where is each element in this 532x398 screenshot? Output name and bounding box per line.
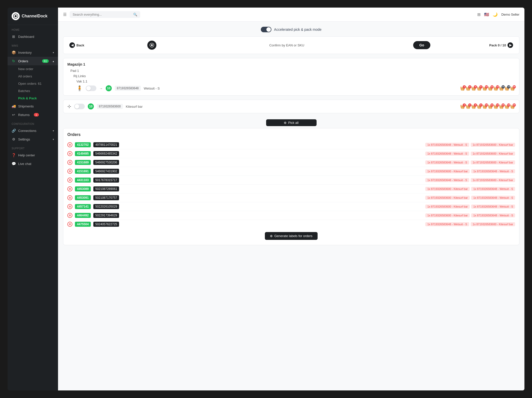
- k-bucket-7[interactable]: 🧺14: [493, 104, 498, 109]
- pause-icon[interactable]: [67, 169, 72, 174]
- order-id-green[interactable]: 4151689: [75, 160, 91, 165]
- ean-sku-label: Confirm by EAN or SKU: [219, 43, 354, 47]
- pack-info: Pack 0 / 10 ▶: [489, 42, 513, 48]
- pause-icon[interactable]: [67, 178, 72, 183]
- order-id-green[interactable]: 4151691: [75, 169, 91, 174]
- pick-all-label: Pick all: [288, 121, 298, 125]
- bucket-1[interactable]: 🧺2: [460, 86, 465, 91]
- pick-pack-header: ◀ Back Confirm by EAN or SKU Go: [63, 36, 519, 54]
- pick-all-icon: ⊕: [284, 121, 287, 125]
- sidebar-item-pick-pack[interactable]: Pick & Pack: [18, 95, 58, 102]
- chat-icon: 💬: [12, 162, 16, 166]
- user-name: Demo Seller: [501, 13, 519, 16]
- sidebar-item-open-orders[interactable]: Open orders 61: [18, 80, 58, 87]
- table-row: 4151689 5466927530206 1x 8719326583648 -…: [67, 158, 515, 167]
- flag-icon[interactable]: 🇺🇸: [484, 12, 489, 17]
- sidebar-item-all-orders[interactable]: All orders: [18, 73, 58, 80]
- back-button[interactable]: ◀ Back: [69, 42, 84, 48]
- sidebar-item-new-order[interactable]: New order: [18, 65, 58, 73]
- row-label: Rij Links: [67, 74, 515, 78]
- k-bucket-8[interactable]: 🧺16: [499, 104, 504, 109]
- next-icon[interactable]: ▶: [508, 42, 513, 48]
- accel-mode-toggle[interactable]: [261, 27, 271, 32]
- sidebar-section-config: Configuration: [8, 119, 58, 126]
- bucket-6[interactable]: 🧺12: [488, 86, 493, 91]
- sidebar-item-orders[interactable]: ↻ Orders 61 ▴: [8, 57, 58, 65]
- sidebar: ChannelDock Home ⊞ Dashboard WMS 📦 Inven…: [8, 8, 58, 390]
- pause-icon[interactable]: [67, 151, 72, 156]
- return-icon: ↩: [12, 113, 16, 117]
- bucket-10[interactable]: 🧺20: [510, 86, 515, 91]
- product-tags: 1x 8719326583600 - Kitesurf bar 1x 87193…: [425, 213, 515, 217]
- moon-icon[interactable]: 🌙: [493, 12, 498, 17]
- pause-icon[interactable]: [67, 204, 72, 209]
- bucket-5[interactable]: 🧺10: [482, 86, 487, 91]
- pick-all-button[interactable]: ⊕ Pick all: [266, 119, 317, 126]
- bucket-8[interactable]: 🧺16: [499, 86, 504, 91]
- sidebar-item-dashboard[interactable]: ⊞ Dashboard: [8, 32, 58, 41]
- svg-point-3: [151, 44, 153, 46]
- k-bucket-10[interactable]: 🧺20: [510, 104, 515, 109]
- bucket-2[interactable]: 🧺4: [466, 86, 471, 91]
- order-id-green[interactable]: 4457141: [75, 204, 91, 209]
- kitesurf-toggle[interactable]: [74, 104, 85, 109]
- order-ref: 5024057622725: [93, 222, 119, 227]
- order-id-green[interactable]: 4464492: [75, 213, 91, 218]
- k-bucket-3[interactable]: 🧺6: [471, 104, 476, 109]
- topbar-right: ⊞ 🇺🇸 🌙 Demo Seller: [477, 12, 519, 17]
- order-id-green[interactable]: 4453089: [75, 186, 91, 191]
- order-id-green[interactable]: 4453091: [75, 195, 91, 200]
- sidebar-logo: ChannelDock: [8, 8, 58, 25]
- k-bucket-9[interactable]: 🧺18: [505, 104, 510, 109]
- order-id-green[interactable]: 4149495: [75, 151, 91, 156]
- sidebar-item-label: Inventory: [18, 51, 32, 54]
- product-tags: 1x 8719326583648 - Wetsuit - S 1x 871932…: [425, 222, 515, 226]
- bucket-4[interactable]: 🧺8: [477, 86, 482, 91]
- order-id-green[interactable]: 4431103: [75, 178, 91, 183]
- grid-icon: ⊞: [12, 35, 16, 39]
- truck-icon: 🚚: [12, 104, 16, 108]
- sidebar-item-shipments[interactable]: 🚚 Shipments: [8, 102, 58, 110]
- go-button[interactable]: Go: [413, 41, 430, 49]
- search-box[interactable]: 🔍: [70, 11, 140, 18]
- pause-icon[interactable]: [67, 142, 72, 147]
- search-input[interactable]: [73, 13, 131, 16]
- k-bucket-5[interactable]: 🧺10: [482, 104, 487, 109]
- sidebar-item-returns[interactable]: ↩ Returns 1: [8, 110, 58, 119]
- k-bucket-6[interactable]: 🧺12: [488, 104, 493, 109]
- kitesurf-buckets-row: 🧺2 🧺4 🧺6 🧺8 🧺10 🧺12 🧺14 🧺16 🧺18 🧺20: [460, 104, 515, 109]
- k-bucket-1[interactable]: 🧺2: [460, 104, 465, 109]
- order-id-green[interactable]: 4475504: [75, 222, 91, 227]
- sidebar-item-batches[interactable]: Batches: [18, 87, 58, 95]
- table-row: 4149495 5466692485342 1x 8719326583648 -…: [67, 149, 515, 158]
- table-row: 4453091 5021087170757 1x 8719326583600 -…: [67, 193, 515, 202]
- pause-icon[interactable]: [67, 195, 72, 200]
- bucket-3[interactable]: 🧺6: [471, 86, 476, 91]
- grid-settings-icon[interactable]: ⊞: [477, 12, 481, 17]
- pause-icon[interactable]: [67, 160, 72, 165]
- sidebar-item-live-chat[interactable]: 💬 Live chat: [8, 159, 58, 168]
- pause-icon[interactable]: [67, 186, 72, 191]
- generate-labels-button[interactable]: ⊕ Generate labels for orders: [265, 232, 317, 240]
- product-tag-1: 1x 8719326583648 - Wetsuit - S: [425, 160, 469, 164]
- bucket-9[interactable]: 🧺18: [505, 86, 510, 91]
- item-toggle[interactable]: [86, 86, 96, 91]
- content-area: Accelerated pick & pack mode ◀ Back: [58, 22, 524, 390]
- buckets-row: 🧺2 🧺4 🧺6 🧺8 🧺10 🧺12 🧺14 🧺16 🧺18 🧺20: [460, 86, 515, 91]
- sidebar-item-inventory[interactable]: 📦 Inventory ▾: [8, 48, 58, 57]
- order-id-green[interactable]: 4132702: [75, 142, 91, 147]
- help-icon: ❓: [12, 153, 16, 157]
- k-bucket-4[interactable]: 🧺8: [477, 104, 482, 109]
- pause-icon[interactable]: [67, 222, 72, 227]
- bucket-7[interactable]: 🧺14: [493, 86, 498, 91]
- product-tags: 1x 8719326583648 - Wetsuit - S 1x 871932…: [425, 178, 515, 182]
- sidebar-item-help-center[interactable]: ❓ Help center: [8, 151, 58, 159]
- menu-icon[interactable]: ☰: [63, 12, 67, 17]
- pause-icon[interactable]: [67, 213, 72, 218]
- k-bucket-2[interactable]: 🧺4: [466, 104, 471, 109]
- product-tags: 1x 8719326583600 - Kitesurf bar 1x 87193…: [425, 169, 515, 173]
- toggle-knob-off: [75, 104, 79, 109]
- sidebar-item-connections[interactable]: 🔗 Connections ▾: [8, 126, 58, 135]
- order-ref: 5021087170757: [93, 195, 119, 200]
- sidebar-item-settings[interactable]: ⚙ Settings ▾: [8, 135, 58, 144]
